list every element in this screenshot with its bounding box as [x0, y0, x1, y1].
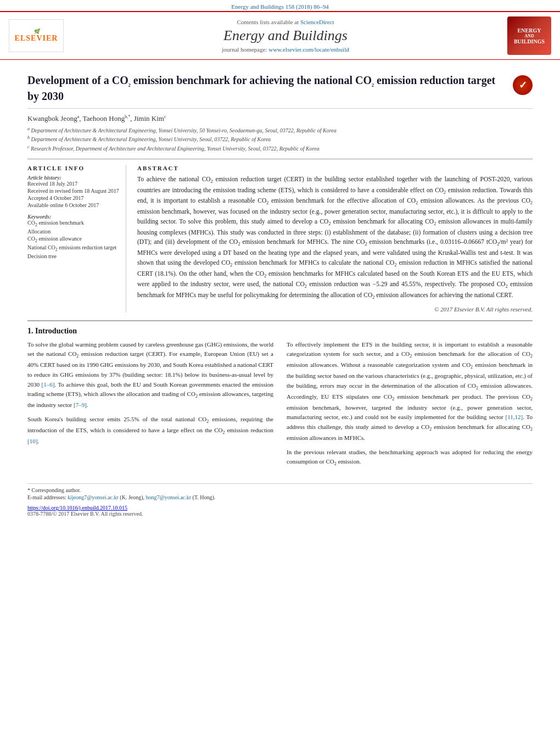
email-footnote: E-mail addresses: kijeong7@yonsei.ac.kr …: [27, 494, 533, 500]
affiliations: a Department of Architecture & Architect…: [27, 126, 533, 152]
article-title: Development of a CO2 emission benchmark …: [27, 73, 507, 104]
homepage-url[interactable]: www.elsevier.com/locate/enbuild: [268, 46, 349, 53]
intro-two-col: To solve the global warming problem caus…: [27, 340, 533, 472]
intro-para-2: South Korea's building sector emits 25.5…: [27, 415, 273, 447]
sciencedirect-link[interactable]: ScienceDirect: [300, 19, 334, 25]
article-info-abstract: ARTICLE INFO Article history: Received 1…: [27, 159, 533, 313]
intro-para-3: To effectively implement the ETS in the …: [287, 340, 533, 443]
crossmark-badge: ✓: [513, 75, 533, 95]
header-center: Contents lists available at ScienceDirec…: [69, 19, 502, 53]
introduction-section: 1. Introduction To solve the global warm…: [27, 320, 533, 472]
header-top: Energy and Buildings 158 (2018) 86–94: [0, 0, 560, 11]
doi-link[interactable]: https://doi.org/10.1016/j.enbuild.2017.1…: [27, 505, 533, 511]
journal-reference: Energy and Buildings 158 (2018) 86–94: [231, 3, 328, 10]
abstract-header: ABSTRACT: [137, 165, 533, 171]
intro-left-col: To solve the global warming problem caus…: [27, 340, 273, 472]
article-info-header: ARTICLE INFO: [27, 165, 119, 171]
homepage-line: journal homepage: www.elsevier.com/locat…: [69, 46, 502, 53]
keyword-5: Decision tree: [27, 253, 119, 259]
keyword-4: National CO2 emissions reduction target: [27, 244, 119, 252]
email1-link[interactable]: kijeong7@yonsei.ac.kr: [68, 494, 119, 500]
header-banner: 🌿 ELSEVIER Contents lists available at S…: [0, 11, 560, 60]
footnotes-section: * Corresponding author. E-mail addresses…: [27, 483, 533, 517]
authors-line: Kwangbok Jeonga, Taehoon Hongb,*, Jimin …: [27, 114, 533, 123]
article-info-col: ARTICLE INFO Article history: Received 1…: [27, 165, 126, 313]
email2-link[interactable]: hong7@yonsei.ac.kr: [146, 494, 192, 500]
keywords-label: Keywords:: [27, 214, 119, 220]
issn-text: 0378-7788/© 2017 Elsevier B.V. All right…: [27, 511, 533, 517]
copyright-line: © 2017 Elsevier B.V. All rights reserved…: [137, 306, 533, 313]
elsevier-label: ELSEVIER: [15, 34, 58, 43]
elsevier-logo: 🌿 ELSEVIER: [9, 19, 64, 52]
contents-line: Contents lists available at ScienceDirec…: [69, 19, 502, 25]
intro-right-col: To effectively implement the ETS in the …: [287, 340, 533, 472]
affiliation-b: b Department of Architecture & Architect…: [27, 135, 533, 143]
affiliation-a: a Department of Architecture & Architect…: [27, 126, 533, 134]
affiliation-c: c Research Professor, Department of Arch…: [27, 144, 533, 152]
abstract-text: To achieve the national CO2 emission red…: [137, 175, 533, 302]
doi-section: https://doi.org/10.1016/j.enbuild.2017.1…: [27, 505, 533, 517]
accepted-date: Accepted 4 October 2017: [27, 195, 119, 201]
available-date: Available online 6 October 2017: [27, 202, 119, 208]
received-date: Received 18 July 2017: [27, 181, 119, 187]
keyword-3: CO2 emission allowance: [27, 236, 119, 243]
keyword-2: Allocation: [27, 228, 119, 235]
corresponding-author-note: * Corresponding author.: [27, 487, 533, 493]
section-1-title: 1. Introduction: [27, 327, 533, 336]
intro-para-1: To solve the global warming problem caus…: [27, 340, 273, 410]
received-revised-date: Received in revised form 18 August 2017: [27, 188, 119, 194]
abstract-col: ABSTRACT To achieve the national CO2 emi…: [137, 165, 533, 313]
journal-title: Energy and Buildings: [69, 27, 502, 44]
intro-para-4: In the previous relevant studies, the be…: [287, 448, 533, 468]
keyword-1: CO2 emission benchmark: [27, 220, 119, 227]
article-title-section: Development of a CO2 emission benchmark …: [27, 73, 533, 109]
history-label: Article history:: [27, 175, 119, 181]
energy-buildings-logo: ENERGY AND BUILDINGS: [507, 16, 551, 55]
